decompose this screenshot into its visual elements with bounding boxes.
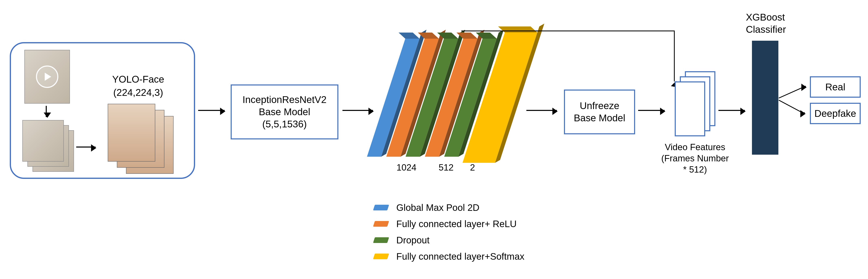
dim-1024: 1024 xyxy=(392,162,421,173)
play-icon xyxy=(36,65,58,88)
legend-gmp-label: Global Max Pool 2D xyxy=(396,202,479,213)
legend-fcsoftmax: Fully connected layer+Softmax xyxy=(374,248,524,264)
unfreeze-line2: Base Model xyxy=(574,112,625,124)
split-arrow-down xyxy=(801,112,805,113)
base-model-box: InceptionResNetV2 Base Model (5,5,1536) xyxy=(231,84,338,139)
features-card-front xyxy=(675,81,705,136)
arrow-panel-to-basemodel xyxy=(198,110,224,111)
arrow-video-to-frames xyxy=(46,106,47,117)
xgboost-block xyxy=(752,41,778,155)
video-thumbnail xyxy=(24,50,70,104)
legend-dropout-label: Dropout xyxy=(396,235,430,246)
unfreeze-line1: Unfreeze xyxy=(580,100,619,112)
base-model-shape: (5,5,1536) xyxy=(262,118,307,130)
split-line-up xyxy=(779,87,803,99)
legend-dropout: Dropout xyxy=(374,232,524,248)
tap-line-vertical xyxy=(674,30,675,81)
base-model-subtitle: Base Model xyxy=(259,106,310,118)
arrow-features-to-xgb xyxy=(718,110,745,111)
xgb-title1: XGBoost xyxy=(746,11,807,23)
split-line-down xyxy=(779,100,802,113)
features-line3: * 512) xyxy=(648,164,742,175)
features-line2: (Frames Number xyxy=(648,152,742,164)
legend-swatch-green xyxy=(373,237,389,243)
frame-front xyxy=(22,120,64,162)
dim-512: 512 xyxy=(434,162,458,173)
dim-2: 2 xyxy=(464,162,480,173)
legend-swatch-yellow xyxy=(373,254,389,259)
tap-line-horizontal xyxy=(461,30,675,31)
face-front xyxy=(108,104,155,162)
output-deepfake-label: Deepfake xyxy=(814,107,856,120)
arrow-basemodel-to-layers xyxy=(342,110,373,111)
features-line1: Video Features xyxy=(648,141,742,152)
arrow-frames-to-faces xyxy=(76,146,95,147)
yolo-shape: (224,224,3) xyxy=(100,86,177,99)
yolo-title: YOLO-Face xyxy=(100,73,177,85)
arrow-layers-to-unfreeze xyxy=(526,110,557,111)
legend-swatch-blue xyxy=(373,205,389,211)
legend-fcrelu: Fully connected layer+ ReLU xyxy=(374,216,524,232)
base-model-name: InceptionResNetV2 xyxy=(243,93,327,106)
output-real-label: Real xyxy=(825,81,845,93)
xgb-title2: Classifier xyxy=(746,23,807,36)
legend-gmp: Global Max Pool 2D xyxy=(374,199,524,216)
legend-fcrelu-label: Fully connected layer+ ReLU xyxy=(396,218,517,229)
arrow-unfreeze-to-features xyxy=(638,110,664,111)
output-real: Real xyxy=(810,76,861,98)
output-deepfake: Deepfake xyxy=(810,103,861,124)
unfreeze-box: Unfreeze Base Model xyxy=(564,89,635,134)
architecture-diagram: YOLO-Face (224,224,3) InceptionResNetV2 … xyxy=(0,0,868,279)
legend-fcsoftmax-label: Fully connected layer+Softmax xyxy=(396,251,524,262)
split-arrow-up xyxy=(802,86,806,87)
legend-swatch-orange xyxy=(373,221,389,227)
legend: Global Max Pool 2D Fully connected layer… xyxy=(374,199,524,264)
